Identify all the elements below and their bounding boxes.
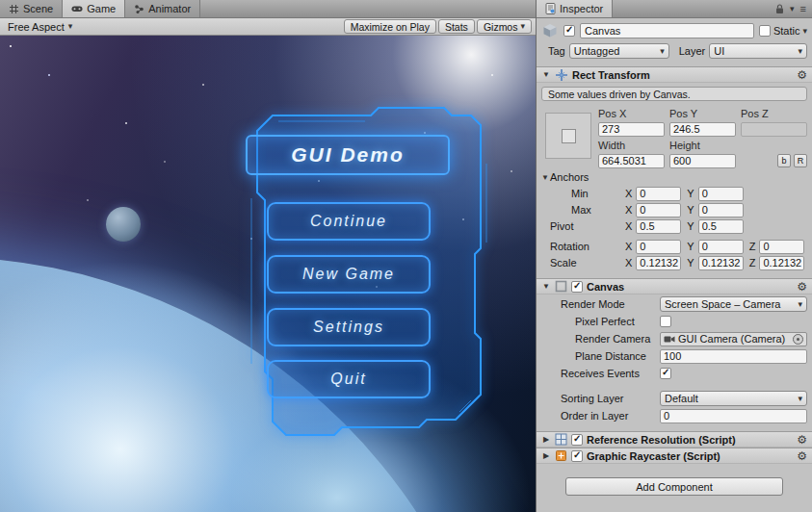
gear-icon[interactable]: ⚙	[797, 433, 807, 447]
add-component-button[interactable]: Add Component	[565, 477, 783, 496]
tab-animator[interactable]: Animator	[125, 0, 200, 17]
foldout-closed-icon[interactable]: ▶	[541, 435, 551, 444]
reference-resolution-icon	[555, 433, 567, 446]
blueprint-mode-button[interactable]: b	[777, 154, 791, 167]
rotation-z-field[interactable]: 0	[759, 240, 804, 254]
scale-y-field[interactable]: 0.12132	[698, 256, 744, 270]
left-tabstrip: Scene Game Animator	[0, 0, 536, 18]
gameobject-name-field[interactable]: Canvas	[580, 23, 754, 38]
gear-icon[interactable]: ⚙	[797, 280, 807, 294]
layer-dropdown[interactable]: UI ▾	[709, 43, 807, 59]
chevron-down-icon: ▾	[802, 27, 807, 36]
reference-resolution-enabled-checkbox[interactable]	[571, 434, 583, 446]
chevron-down-icon[interactable]: ▾	[790, 5, 795, 13]
continue-button[interactable]: Continue	[267, 202, 431, 241]
game-view-toolbar: Free Aspect ▾ Maximize on Play Stats Giz…	[0, 18, 536, 36]
tab-game[interactable]: Game	[63, 0, 125, 17]
gear-icon[interactable]: ⚙	[797, 449, 807, 463]
graphic-raycaster-enabled-checkbox[interactable]	[571, 450, 583, 462]
rotation-x-field[interactable]: 0	[636, 240, 681, 254]
foldout-open-icon[interactable]: ▼	[541, 70, 551, 79]
aspect-ratio-dropdown[interactable]: Free Aspect ▾	[3, 19, 77, 35]
sorting-layer-value: Default	[665, 393, 795, 404]
axis-y: Y0	[687, 187, 743, 201]
width-field[interactable]: 664.5031	[598, 154, 665, 168]
maximize-on-play-button[interactable]: Maximize on Play	[344, 19, 436, 34]
plane-distance-field[interactable]: 100	[660, 349, 807, 364]
sorting-layer-dropdown[interactable]: Default ▾	[660, 391, 807, 406]
y-label: Y	[687, 188, 694, 199]
axis-y: Y0.12132	[687, 256, 743, 270]
foldout-open-icon[interactable]: ▼	[540, 173, 550, 182]
static-checkbox[interactable]	[759, 25, 771, 37]
gear-icon[interactable]: ⚙	[797, 68, 807, 82]
scale-row: Scale X0.12132 Y0.12132 Z0.12132	[550, 255, 807, 270]
pivot-x-field[interactable]: 0.5	[636, 219, 681, 234]
max-x-field[interactable]: 0	[636, 203, 681, 218]
canvas-header[interactable]: ▼ Canvas ⚙	[537, 278, 812, 294]
anchors-row: ▼ Anchors	[540, 169, 807, 185]
lock-icon[interactable]	[775, 4, 784, 14]
min-y-field[interactable]: 0	[698, 187, 744, 201]
plane-distance-label: Plane Distance	[575, 350, 660, 362]
new-game-button[interactable]: New Game	[267, 255, 431, 294]
render-camera-field[interactable]: GUI Camera (Camera)	[660, 332, 807, 346]
pos-x-field[interactable]: 273	[598, 122, 665, 137]
axis-x: X0	[625, 240, 681, 254]
foldout-open-icon[interactable]: ▼	[541, 282, 551, 291]
inspector-icon	[545, 3, 556, 14]
reference-resolution-header[interactable]: ▶ Reference Resolution (Script) ⚙	[537, 431, 812, 448]
render-camera-row: Render Camera GUI Camera (Camera)	[575, 331, 807, 346]
scale-z-field[interactable]: 0.12132	[759, 256, 804, 270]
height-field[interactable]: 600	[669, 154, 736, 168]
y-label: Y	[687, 257, 694, 269]
raw-edit-mode-button[interactable]: R	[794, 154, 807, 167]
component-title: Canvas	[587, 281, 624, 293]
rect-transform-header[interactable]: ▼ Rect Transform ⚙	[537, 66, 812, 83]
active-checkbox[interactable]	[563, 25, 575, 37]
settings-button[interactable]: Settings	[267, 308, 431, 346]
z-label: Z	[749, 257, 756, 269]
render-mode-dropdown[interactable]: Screen Space – Camera ▾	[660, 296, 807, 312]
rotation-y-field[interactable]: 0	[698, 240, 744, 254]
unity-editor-window: Scene Game Animator Free Aspect ▾ Maximi…	[0, 0, 812, 512]
canvas-enabled-checkbox[interactable]	[571, 281, 583, 293]
moon	[106, 207, 141, 242]
receives-events-checkbox[interactable]	[660, 368, 671, 379]
pixel-perfect-checkbox[interactable]	[660, 316, 671, 327]
stats-button[interactable]: Stats	[438, 19, 475, 34]
tag-layer-row: Tag Untagged ▾ Layer UI ▾	[537, 41, 812, 63]
static-toggle[interactable]: Static ▾	[759, 25, 807, 37]
axis-z: Z0.12132	[749, 256, 805, 270]
order-in-layer-label: Order in Layer	[561, 410, 660, 422]
y-label: Y	[687, 241, 694, 252]
min-x-field[interactable]: 0	[636, 187, 681, 201]
axis-x: X0	[625, 203, 681, 218]
anchor-preview[interactable]	[545, 113, 591, 159]
pos-z-label: Pos Z	[741, 108, 807, 119]
tab-inspector[interactable]: Inspector	[537, 0, 613, 17]
pivot-y-field[interactable]: 0.5	[698, 219, 744, 234]
scale-x-field[interactable]: 0.12132	[636, 256, 681, 270]
axes: X0 Y0 Z0	[625, 240, 807, 254]
pos-z-field	[741, 122, 807, 137]
chevron-down-icon: ▾	[798, 47, 802, 56]
graphic-raycaster-header[interactable]: ▶ Graphic Raycaster (Script) ⚙	[537, 448, 812, 464]
pos-y-field[interactable]: 246.5	[669, 122, 736, 137]
order-in-layer-field[interactable]: 0	[660, 409, 807, 423]
quit-button[interactable]: Quit	[267, 360, 431, 398]
sorting-layer-label: Sorting Layer	[561, 393, 660, 404]
object-picker-icon[interactable]	[793, 334, 803, 345]
menu-icon[interactable]: ≡	[800, 3, 806, 14]
pivot-label: Pivot	[550, 220, 625, 232]
tag-dropdown[interactable]: Untagged ▾	[569, 43, 669, 59]
tab-scene[interactable]: Scene	[0, 0, 63, 17]
render-mode-value: Screen Space – Camera	[665, 298, 795, 310]
gizmos-button[interactable]: Gizmos ▾	[477, 19, 532, 34]
chevron-down-icon: ▾	[798, 300, 802, 309]
foldout-closed-icon[interactable]: ▶	[541, 451, 551, 460]
x-label: X	[625, 257, 632, 269]
axis-z: Z0	[749, 240, 805, 254]
tab-game-label: Game	[87, 3, 116, 14]
max-y-field[interactable]: 0	[698, 203, 744, 218]
